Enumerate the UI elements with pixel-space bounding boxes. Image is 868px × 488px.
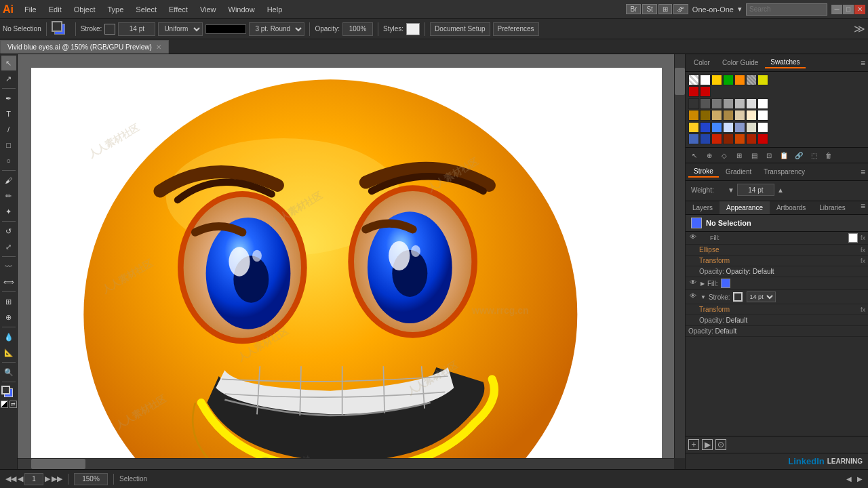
selection-tool[interactable]: ↖ — [1, 56, 16, 70]
weight-up-icon[interactable]: ▲ — [777, 186, 784, 194]
menu-edit[interactable]: Edit — [43, 4, 67, 15]
zoom-tool[interactable]: 🔍 — [1, 365, 16, 380]
stroke-indicator[interactable] — [1, 386, 10, 394]
warp-tool[interactable]: 〰 — [1, 259, 16, 274]
tab-layers[interactable]: Layers — [686, 201, 719, 214]
swatch-dark1[interactable] — [688, 98, 699, 109]
preferences-button[interactable]: Preferences — [493, 22, 539, 36]
swatch-gray4[interactable] — [746, 98, 757, 109]
swatch-n4[interactable] — [723, 134, 734, 144]
menu-select[interactable]: Select — [130, 4, 162, 15]
layers-panel-menu-icon[interactable]: ≡ — [858, 201, 868, 214]
scale-tool[interactable]: ⤢ — [1, 239, 16, 254]
swatch-green[interactable] — [723, 75, 734, 85]
swatch-n7[interactable] — [757, 134, 768, 144]
paintbrush-tool[interactable]: 🖌 — [1, 173, 16, 188]
weight-down-icon[interactable]: ▼ — [728, 186, 734, 194]
tab-libraries[interactable]: Libraries — [812, 201, 852, 214]
direct-selection-tool[interactable]: ↗ — [1, 71, 16, 86]
menu-view[interactable]: View — [195, 4, 222, 15]
rotate-tool[interactable]: ↺ — [1, 224, 16, 239]
swatch-warm3[interactable] — [711, 110, 722, 121]
swatch-m1[interactable] — [688, 122, 699, 133]
stroke-weight-field[interactable] — [737, 184, 774, 196]
transform-2-label[interactable]: Transform — [699, 306, 730, 313]
transform-1-label[interactable]: Transform — [699, 257, 730, 264]
link-btn[interactable]: 🖇 — [673, 4, 688, 14]
minimize-button[interactable]: ─ — [831, 5, 842, 14]
panel-transform-icon[interactable]: ⊡ — [763, 149, 775, 161]
add-new-fill-btn[interactable]: + — [688, 439, 699, 450]
document-setup-button[interactable]: Document Setup — [430, 22, 490, 36]
page-next-icon[interactable]: ▶ — [45, 474, 50, 483]
swatch-white[interactable] — [700, 75, 711, 85]
swatch-m7[interactable] — [757, 122, 768, 133]
swatch-none[interactable] — [688, 75, 699, 85]
panel-link-icon[interactable]: 🔗 — [793, 149, 805, 161]
stroke-weight-input[interactable] — [118, 22, 155, 36]
eye-icon-stroke[interactable]: 👁 — [688, 292, 698, 302]
swatch-warm2[interactable] — [700, 110, 711, 121]
swatch-m6[interactable] — [746, 122, 757, 133]
tab-stroke[interactable]: Stroke — [688, 166, 719, 178]
layer-fill-color-1[interactable] — [848, 233, 858, 243]
last-page-icon[interactable]: ▶▶ — [52, 474, 62, 483]
swatch-m4[interactable] — [723, 122, 734, 133]
measure-tool[interactable]: 📐 — [1, 345, 16, 360]
workspace-mode-btn[interactable]: Br — [626, 4, 641, 14]
transform-2-fx[interactable]: fx — [861, 306, 865, 313]
tab-gradient[interactable]: Gradient — [720, 167, 757, 177]
swatch-warm1[interactable] — [688, 110, 699, 121]
pen-tool[interactable]: ✒ — [1, 91, 16, 106]
free-transform-tool[interactable]: ⊞ — [1, 294, 16, 309]
ellipse-label[interactable]: Ellipse — [699, 246, 719, 253]
stroke-main-color[interactable] — [733, 292, 743, 302]
search-input[interactable] — [746, 3, 827, 16]
panel-grid-icon[interactable]: ⊞ — [733, 149, 745, 161]
swatch-m3[interactable] — [711, 122, 722, 133]
menu-effect[interactable]: Effect — [163, 4, 193, 15]
horizontal-scrollbar[interactable] — [18, 458, 674, 469]
menu-window[interactable]: Window — [223, 4, 260, 15]
line-tool[interactable]: / — [1, 122, 16, 137]
layer-fx-1[interactable]: fx — [861, 235, 865, 241]
panel-anchor-icon[interactable]: ◇ — [718, 149, 730, 161]
arrange-btn[interactable]: ⊞ — [658, 4, 672, 14]
shape-tool[interactable]: □ — [1, 138, 16, 152]
document-tab[interactable]: Vivid blue eyes.ai @ 150% (RGB/GPU Previ… — [0, 40, 169, 54]
swatch-pattern[interactable] — [746, 75, 757, 85]
menu-object[interactable]: Object — [68, 4, 101, 15]
stock-btn[interactable]: St — [642, 4, 656, 14]
swatch-red[interactable] — [688, 86, 699, 97]
hscroll-thumb[interactable] — [31, 459, 85, 469]
swatch-n1[interactable] — [688, 134, 699, 144]
opacity-input[interactable] — [342, 22, 373, 36]
fill-expand-arrow[interactable]: ▶ — [701, 281, 705, 287]
panel-arrange-icon[interactable]: 📋 — [778, 149, 790, 161]
tab-artboards[interactable]: Artboards — [770, 201, 812, 214]
swatch-n3[interactable] — [711, 134, 722, 144]
transform-1-fx[interactable]: fx — [861, 258, 865, 264]
panel-direct-icon[interactable]: ⊕ — [703, 149, 715, 161]
menu-help[interactable]: Help — [262, 4, 288, 15]
ellipse-fx[interactable]: fx — [861, 247, 865, 253]
eye-icon-1[interactable]: 👁 — [688, 233, 698, 243]
artboard-nav-btn[interactable]: ◀ — [846, 475, 852, 483]
close-button[interactable]: ✕ — [854, 5, 865, 14]
swatch-gray2[interactable] — [723, 98, 734, 109]
stroke-uniform-dropdown[interactable]: Uniform — [158, 22, 203, 36]
tab-color-guide[interactable]: Color Guide — [717, 58, 764, 68]
panel-artboard-icon[interactable]: ⬚ — [808, 149, 820, 161]
menu-type[interactable]: Type — [102, 4, 130, 15]
swatch-orange[interactable] — [734, 75, 745, 85]
page-prev-icon[interactable]: ◀ — [18, 474, 23, 483]
link-effect-btn[interactable]: ⊙ — [715, 439, 726, 450]
swatch-warm4[interactable] — [723, 110, 734, 121]
swatch-n6[interactable] — [746, 134, 757, 144]
swatch-dark2[interactable] — [700, 98, 711, 109]
stroke-cap-dropdown[interactable]: 3 pt. Round — [249, 22, 304, 36]
swatch-n2[interactable] — [700, 134, 711, 144]
stroke-expand-arrow[interactable]: ▼ — [701, 294, 706, 300]
maximize-button[interactable]: □ — [843, 5, 854, 14]
swap-colors-icon[interactable]: ⇄ — [9, 401, 17, 408]
